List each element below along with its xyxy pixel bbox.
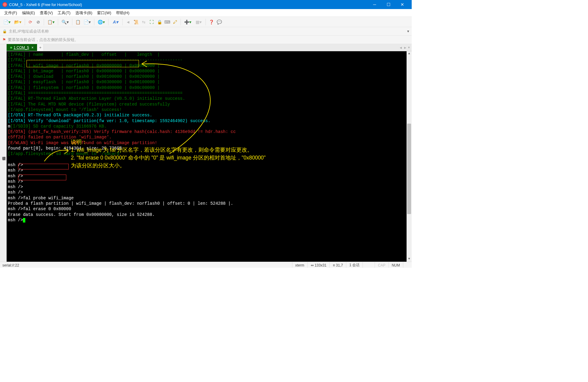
tab-prev-icon[interactable]: ◄ [399,46,402,49]
tab-list-icon[interactable]: ▾ [408,46,410,49]
separator [206,19,206,25]
font-button[interactable]: A▾ [110,18,121,26]
status-bar: serial://:22 xterm ⇔ 133x31 ≡ 31,7 1 会话 … [0,262,412,268]
annotation-line1: 1. wifi_image 为 fal 分区名字，若该分区名字有更改，则命令需要… [71,146,312,154]
highlight-box-fal-probe [18,164,69,169]
open-button[interactable]: 📂▾ [13,18,23,26]
resize-icon: ⇔ [311,263,314,267]
status-blank2 [403,262,409,268]
tab-bar: 1 COM_5 × + ◄ ► ▾ [7,44,412,51]
script-button[interactable]: 📜 [132,18,140,26]
status-blank1 [363,262,375,268]
fullscreen-button[interactable]: ⛶ [148,18,155,26]
minimize-button[interactable]: ─ [368,0,382,9]
window-title: COM_5 - Xshell 6 (Free for Home/School) [9,2,368,7]
lock-button[interactable]: 🔒 [156,18,163,26]
address-dropdown-icon[interactable]: ▾ [407,29,409,33]
menu-edit[interactable]: 编辑(E) [20,9,37,17]
separator [181,19,181,25]
globe-button[interactable]: 🌐▾ [96,18,106,26]
lock-icon: 🔒 [2,29,7,33]
status-position: ≡ 31,7 [329,262,346,268]
chat-button[interactable]: 💬 [215,18,223,26]
scroll-up-icon[interactable]: ▲ [407,51,412,56]
menu-tabs[interactable]: 选项卡(B) [73,9,95,17]
scrollbar[interactable]: ▲ ▼ [407,51,412,262]
address-bar[interactable]: 🔒 主机,IP地址或会话名称 ▾ [0,27,412,36]
menu-help[interactable]: 帮助(H) [114,9,132,17]
separator [122,19,123,25]
separator [25,19,25,25]
grid-button[interactable]: ▦▾ [193,18,204,26]
menu-file[interactable]: 文件(F) [2,9,20,17]
cursor [23,218,25,223]
tab-label: 1 COM_5 [14,46,29,50]
scroll-thumb[interactable] [407,124,411,214]
hint-bar: ⚑ 要添加当前会话，点击左侧的箭头按钮。 [0,36,412,44]
add-tab-button[interactable]: + [37,44,44,51]
keyboard-button[interactable]: ⌨ [164,18,171,26]
highlight-button[interactable]: 🖍 [171,18,179,26]
toolbar: 📄▾ 📂▾ ⟳ ⊘ 📋▾ 🔍▾ 📋 📄▾ 🌐▾ A▾ ◄ 📜 ⇆ ⛶ 🔒 ⌨ 🖍… [0,17,412,27]
highlight-box-fal-erase [18,175,66,180]
app-icon [2,2,7,7]
highlight-box-wifi-image [27,60,139,67]
disconnect-button[interactable]: ⊘ [35,18,42,26]
back-button[interactable]: ◄ [124,18,132,26]
close-button[interactable]: ✕ [395,0,409,9]
menu-bar: 文件(F) 编辑(E) 查看(V) 工具(T) 选项卡(B) 窗口(W) 帮助(… [0,9,412,17]
separator [58,19,58,25]
tab-next-icon[interactable]: ► [404,46,407,49]
maximize-button[interactable]: ☐ [382,0,395,9]
menu-view[interactable]: 查看(V) [37,9,55,17]
reconnect-button[interactable]: ⟳ [27,18,34,26]
terminal-content: [I/FAL] | name | flash_dev | offset | le… [7,51,412,223]
lines-icon: ≡ [333,263,335,267]
annotation-line2: 2. "fal erase 0 0x80000" 命令中的 "0" 是 wifi… [71,154,312,162]
transfer-button[interactable]: ⇆ [140,18,147,26]
search-button[interactable]: 🔍▾ [60,18,70,26]
separator [94,19,94,25]
tab-com5[interactable]: 1 COM_5 × [7,44,37,51]
menu-window[interactable]: 窗口(W) [95,9,114,17]
new-session-button[interactable]: 📄▾ [2,18,12,26]
status-connection: serial://:22 [2,262,22,268]
tab-close-icon[interactable]: × [31,46,33,50]
menu-tools[interactable]: 工具(T) [55,9,73,17]
flag-icon: ⚑ [2,37,6,42]
hint-text: 要添加当前会话，点击左侧的箭头按钮。 [8,37,78,43]
status-num: NUM [388,262,403,268]
tab-nav: ◄ ► ▾ [397,44,412,51]
add-button[interactable]: ➕▾ [183,18,193,26]
status-terminal-type: xterm [292,262,307,268]
separator [108,19,108,25]
copy-button[interactable]: 📋 [74,18,81,26]
annotation-title: 说明： [71,138,312,146]
paste-button[interactable]: 📄▾ [82,18,92,26]
status-sessions: 1 会话 [346,262,363,268]
status-cap: CAP [375,262,388,268]
separator [44,19,44,25]
address-placeholder: 主机,IP地址或会话名称 [9,29,49,34]
terminal[interactable]: [I/FAL] | name | flash_dev | offset | le… [7,51,412,262]
help-button[interactable]: ❓ [208,18,215,26]
scroll-down-icon[interactable]: ▼ [407,257,412,262]
profile-button[interactable]: 📋▾ [46,18,56,26]
title-bar: COM_5 - Xshell 6 (Free for Home/School) … [0,0,412,9]
status-size: ⇔ 133x31 [307,262,330,268]
annotation-line3: 为该分区的分区大小。 [71,162,312,169]
status-dot-icon [10,47,12,49]
separator [72,19,72,25]
session-manager-sidebar[interactable]: 会话管理器 [0,44,7,262]
annotation-text: 说明： 1. wifi_image 为 fal 分区名字，若该分区名字有更改，则… [71,138,312,169]
